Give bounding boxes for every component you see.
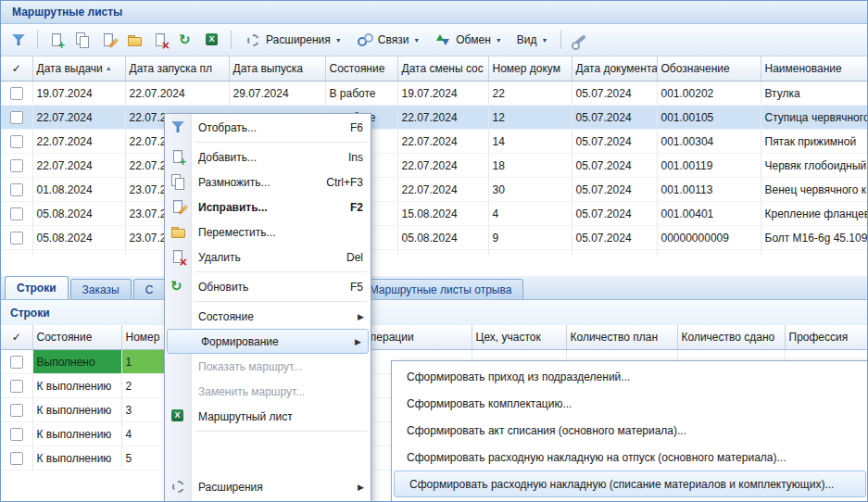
menu-item-edit[interactable]: Исправить... F2	[165, 195, 371, 220]
cell-issue-date[interactable]: 12.08.2024	[32, 250, 125, 256]
line-checkbox[interactable]	[10, 452, 23, 465]
col-line-number[interactable]: Номер	[121, 325, 166, 350]
col-line-state[interactable]: Состояние	[32, 325, 121, 350]
line-checkbox-cell[interactable]	[1, 422, 32, 446]
row-checkbox-cell[interactable]	[1, 178, 32, 202]
menu-item-move[interactable]: Переместить...	[165, 220, 371, 245]
select-all-lines-header[interactable]: ✓	[1, 325, 32, 350]
menu-item-delete[interactable]: Удалить Del	[165, 245, 371, 270]
cell-designation[interactable]: 001.00113	[657, 178, 761, 202]
cell-state[interactable]: В работе	[325, 82, 397, 106]
table-row[interactable]: 22.07.2024 22.07.2024 22.07.2024 18 05.0…	[1, 154, 868, 178]
add-button[interactable]	[44, 29, 69, 51]
cell-doc-date[interactable]: 05.07.2024	[572, 202, 657, 226]
cell-issue-date[interactable]: 05.08.2024	[32, 226, 125, 250]
row-checkbox[interactable]	[10, 135, 23, 148]
view-menu-button[interactable]: Вид ▼	[510, 31, 555, 48]
edit-button[interactable]	[96, 29, 120, 51]
cell-designation[interactable]: 001.00202	[657, 82, 761, 106]
col-launch-date[interactable]: Дата запуска пл	[125, 56, 229, 82]
row-checkbox-cell[interactable]	[1, 202, 32, 226]
exchange-menu-button[interactable]: Обмен ▼	[428, 30, 508, 50]
col-issue-date[interactable]: Дата выдачи▲	[32, 56, 125, 82]
submenu-item-expense-invoice[interactable]: Сформировать расходную накладную (списан…	[394, 471, 866, 497]
col-qty-plan[interactable]: Количество план	[566, 325, 677, 350]
filter-button[interactable]	[6, 29, 31, 51]
extensions-menu-button[interactable]: Расширения ▼	[238, 30, 348, 50]
cell-doc-number[interactable]: 30	[488, 250, 572, 256]
col-state[interactable]: Состояние	[325, 56, 397, 82]
cell-doc-number[interactable]: 18	[488, 154, 572, 178]
submenu-item-kitting[interactable]: Сформировать комплектацию...	[392, 390, 868, 417]
row-checkbox[interactable]	[10, 111, 23, 124]
menu-item-duplicate[interactable]: Размножить... Ctrl+F3	[165, 169, 371, 195]
submenu-item-writeoff-act[interactable]: Сформировать акт списания (основного мат…	[392, 417, 868, 444]
cell-issue-date[interactable]: 22.07.2024	[32, 154, 125, 178]
cell-state-change-date[interactable]: 22.07.2024	[397, 106, 488, 130]
cell-designation[interactable]: 001.00401	[657, 202, 761, 226]
cell-line-state[interactable]: К выполнению	[32, 446, 121, 471]
cell-state-change-date[interactable]: 22.07.2024	[397, 154, 488, 178]
table-row[interactable]: 05.08.2024 23.07.2024 05.08.2024 9 05.07…	[1, 226, 868, 250]
settings-wrench-button[interactable]	[568, 29, 592, 51]
cell-line-state[interactable]: Выполнено	[32, 350, 121, 374]
row-checkbox-cell[interactable]	[1, 250, 32, 256]
line-checkbox-cell[interactable]	[1, 350, 32, 374]
line-checkbox-cell[interactable]	[1, 398, 32, 422]
tab-tearoff-route-sheets[interactable]: Маршрутные листы отрыва	[358, 279, 524, 299]
col-designation[interactable]: Обозначение	[657, 56, 761, 82]
cell-designation[interactable]: 001.00119	[657, 154, 761, 178]
cell-state-change-date[interactable]: 19.07.2024	[397, 82, 488, 106]
row-checkbox-cell[interactable]	[1, 226, 32, 250]
cell-issue-date[interactable]: 01.08.2024	[32, 178, 125, 202]
cell-name[interactable]: Крепление фланцев	[761, 202, 868, 226]
cell-doc-date[interactable]: 05.07.2024	[572, 154, 657, 178]
col-release-date[interactable]: Дата выпуска	[229, 56, 325, 82]
cell-designation[interactable]: 001.00105	[657, 106, 761, 130]
table-row[interactable]: 12.08.2024 25.07.2024 12.08.2024 30 05.0…	[1, 250, 868, 256]
cell-name[interactable]: Пятак прижимной	[761, 130, 868, 154]
line-checkbox-cell[interactable]	[1, 446, 32, 471]
cell-release-date[interactable]: 29.07.2024	[229, 82, 325, 106]
cell-state-change-date[interactable]: 12.08.2024	[397, 250, 488, 256]
cell-line-number[interactable]: 4	[121, 422, 166, 446]
col-doc-number[interactable]: Номер докум	[488, 56, 572, 82]
table-row[interactable]: 19.07.2024 22.07.2024 29.07.2024 В работ…	[1, 82, 868, 106]
cell-issue-date[interactable]: 22.07.2024	[32, 130, 125, 154]
cell-state-change-date[interactable]: 22.07.2024	[397, 130, 488, 154]
cell-line-state[interactable]: К выполнению	[32, 422, 121, 446]
duplicate-button[interactable]	[70, 29, 94, 51]
cell-line-number[interactable]: 1	[121, 350, 166, 374]
cell-name[interactable]: Втулка	[761, 82, 868, 106]
cell-doc-date[interactable]: 05.07.2024	[572, 226, 657, 250]
tab-lines[interactable]: Строки	[5, 276, 69, 299]
table-row[interactable]: 01.08.2024 23.07.2024 22.07.2024 30 05.0…	[1, 178, 868, 202]
cell-doc-date[interactable]: 05.07.2024	[572, 250, 657, 256]
delete-button[interactable]	[148, 29, 172, 51]
submenu-item-issue-invoice[interactable]: Сформировать расходную накладную на отпу…	[392, 444, 868, 471]
cell-doc-date[interactable]: 05.07.2024	[572, 178, 657, 202]
line-checkbox-cell[interactable]	[1, 374, 32, 398]
row-checkbox-cell[interactable]	[1, 154, 32, 178]
cell-name[interactable]: Червяк глобоидный	[761, 154, 868, 178]
cell-doc-number[interactable]: 9	[488, 226, 572, 250]
col-profession[interactable]: Профессия	[785, 325, 868, 350]
row-checkbox-cell[interactable]	[1, 106, 32, 130]
cell-designation[interactable]: 001.00203	[657, 250, 761, 256]
cell-line-number[interactable]: 2	[121, 374, 166, 398]
cell-line-number[interactable]: 3	[121, 398, 166, 422]
tab-orders[interactable]: Заказы	[70, 279, 132, 299]
cell-doc-date[interactable]: 05.07.2024	[572, 82, 657, 106]
menu-item-extensions[interactable]: Расширения ▶	[165, 474, 371, 499]
menu-item-refresh[interactable]: Обновить F5	[165, 274, 371, 299]
cell-issue-date[interactable]: 19.07.2024	[32, 82, 125, 106]
row-checkbox-cell[interactable]	[1, 82, 32, 106]
col-workshop[interactable]: Цех, участок	[472, 325, 566, 350]
cell-doc-number[interactable]: 4	[488, 202, 572, 226]
cell-line-state[interactable]: К выполнению	[32, 398, 121, 422]
cell-state-change-date[interactable]: 15.08.2024	[397, 202, 488, 226]
cell-launch-date[interactable]: 22.07.2024	[125, 82, 229, 106]
cell-doc-date[interactable]: 05.07.2024	[572, 130, 657, 154]
row-checkbox[interactable]	[10, 159, 23, 172]
cell-issue-date[interactable]: 22.07.2024	[32, 106, 125, 130]
